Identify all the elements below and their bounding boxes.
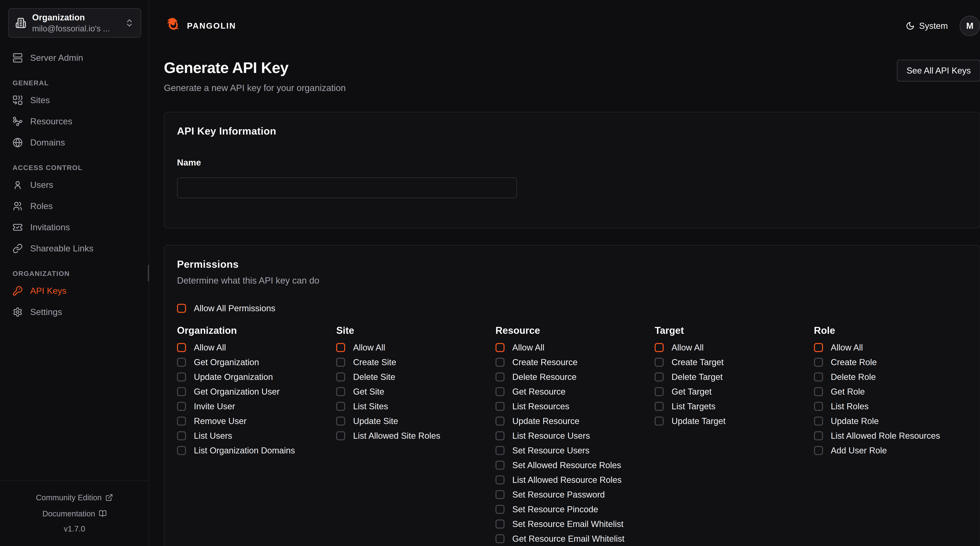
permission-row[interactable]: Delete Target <box>655 372 808 382</box>
see-all-api-keys-button[interactable]: See All API Keys <box>897 60 980 81</box>
permission-row[interactable]: List Allowed Role Resources <box>814 431 967 441</box>
checkbox[interactable] <box>495 505 504 514</box>
sidebar-item-shareable-links[interactable]: Shareable Links <box>8 239 141 258</box>
checkbox[interactable] <box>495 490 504 499</box>
allow-all-row[interactable]: Allow All <box>814 343 967 353</box>
sidebar-item-sites[interactable]: Sites <box>8 91 141 110</box>
checkbox[interactable] <box>336 417 345 426</box>
checkbox[interactable] <box>177 372 186 382</box>
checkbox[interactable] <box>814 343 823 352</box>
permission-row[interactable]: Get Resource <box>495 387 649 397</box>
checkbox[interactable] <box>655 343 663 352</box>
checkbox[interactable] <box>655 417 663 426</box>
name-input[interactable] <box>177 177 517 198</box>
checkbox[interactable] <box>495 534 504 543</box>
checkbox[interactable] <box>495 461 504 470</box>
sidebar-item-domains[interactable]: Domains <box>8 133 141 152</box>
permission-row[interactable]: Set Allowed Resource Roles <box>495 460 649 470</box>
checkbox[interactable] <box>814 387 823 396</box>
permission-row[interactable]: Delete Role <box>814 372 967 382</box>
checkbox[interactable] <box>495 431 504 440</box>
checkbox[interactable] <box>177 343 186 352</box>
permission-row[interactable]: Create Target <box>655 357 808 367</box>
allow-all-row[interactable]: Allow All <box>336 343 489 353</box>
permission-row[interactable]: Get Site <box>336 387 489 397</box>
permission-row[interactable]: Set Resource Email Whitelist <box>495 519 649 529</box>
permission-row[interactable]: Get Organization <box>177 357 330 367</box>
documentation-link[interactable]: Documentation <box>0 506 149 522</box>
permission-row[interactable]: Add User Role <box>814 445 967 455</box>
sidebar-item-invitations[interactable]: Invitations <box>8 218 141 237</box>
permission-row[interactable]: Set Resource Pincode <box>495 504 649 514</box>
checkbox[interactable] <box>177 446 186 455</box>
checkbox[interactable] <box>814 372 823 382</box>
allow-all-row[interactable]: Allow All <box>495 343 649 353</box>
checkbox[interactable] <box>655 372 663 382</box>
permission-row[interactable]: List Users <box>177 431 330 441</box>
checkbox[interactable] <box>336 358 345 367</box>
checkbox[interactable] <box>495 358 504 367</box>
permission-row[interactable]: Get Role <box>814 387 967 397</box>
permission-row[interactable]: List Sites <box>336 401 489 411</box>
sidebar-item-roles[interactable]: Roles <box>8 197 141 216</box>
permission-row[interactable]: List Resource Users <box>495 431 649 441</box>
permission-row[interactable]: Delete Resource <box>495 372 649 382</box>
permission-row[interactable]: Get Resource Email Whitelist <box>495 534 649 544</box>
checkbox[interactable] <box>177 304 186 313</box>
permission-row[interactable]: Create Resource <box>495 357 649 367</box>
checkbox[interactable] <box>177 431 186 440</box>
sidebar-item-resources[interactable]: Resources <box>8 112 141 131</box>
sidebar-item-server-admin[interactable]: Server Admin <box>8 48 141 67</box>
permission-row[interactable]: Invite User <box>177 401 330 411</box>
permission-row[interactable]: Update Resource <box>495 416 649 426</box>
allow-all-permissions-row[interactable]: Allow All Permissions <box>177 303 967 313</box>
checkbox[interactable] <box>336 431 345 440</box>
checkbox[interactable] <box>814 417 823 426</box>
checkbox[interactable] <box>495 387 504 396</box>
permission-row[interactable]: Get Organization User <box>177 387 330 397</box>
checkbox[interactable] <box>336 343 345 352</box>
permission-row[interactable]: Update Target <box>655 416 808 426</box>
permission-row[interactable]: Update Site <box>336 416 489 426</box>
checkbox[interactable] <box>495 372 504 382</box>
checkbox[interactable] <box>177 387 186 396</box>
community-edition-link[interactable]: Community Edition <box>0 490 149 506</box>
checkbox[interactable] <box>814 358 823 367</box>
checkbox[interactable] <box>177 402 186 411</box>
permission-row[interactable]: Update Role <box>814 416 967 426</box>
permission-row[interactable]: Create Role <box>814 357 967 367</box>
allow-all-row[interactable]: Allow All <box>177 343 330 353</box>
checkbox[interactable] <box>814 431 823 440</box>
checkbox[interactable] <box>336 372 345 382</box>
checkbox[interactable] <box>655 387 663 396</box>
checkbox[interactable] <box>814 402 823 411</box>
checkbox[interactable] <box>177 358 186 367</box>
permission-row[interactable]: Update Organization <box>177 372 330 382</box>
permission-row[interactable]: Get Target <box>655 387 808 397</box>
checkbox[interactable] <box>495 417 504 426</box>
checkbox[interactable] <box>495 519 504 528</box>
theme-toggle[interactable]: System <box>906 21 948 31</box>
checkbox[interactable] <box>655 402 663 411</box>
checkbox[interactable] <box>814 446 823 455</box>
permission-row[interactable]: List Targets <box>655 401 808 411</box>
permission-row[interactable]: Remove User <box>177 416 330 426</box>
checkbox[interactable] <box>177 417 186 426</box>
sidebar-item-settings[interactable]: Settings <box>8 303 141 321</box>
permission-row[interactable]: Delete Site <box>336 372 489 382</box>
checkbox[interactable] <box>336 387 345 396</box>
checkbox[interactable] <box>336 402 345 411</box>
permission-row[interactable]: Create Site <box>336 357 489 367</box>
allow-all-row[interactable]: Allow All <box>655 343 808 353</box>
sidebar-scrollbar[interactable] <box>148 265 149 281</box>
permission-row[interactable]: List Resources <box>495 401 649 411</box>
sidebar-item-users[interactable]: Users <box>8 176 141 194</box>
permission-row[interactable]: List Roles <box>814 401 967 411</box>
permission-row[interactable]: Set Resource Users <box>495 445 649 455</box>
avatar[interactable]: M <box>959 16 980 36</box>
permission-row[interactable]: Set Resource Password <box>495 490 649 500</box>
checkbox[interactable] <box>495 446 504 455</box>
checkbox[interactable] <box>655 358 663 367</box>
checkbox[interactable] <box>495 343 504 352</box>
permission-row[interactable]: List Allowed Site Roles <box>336 431 489 441</box>
